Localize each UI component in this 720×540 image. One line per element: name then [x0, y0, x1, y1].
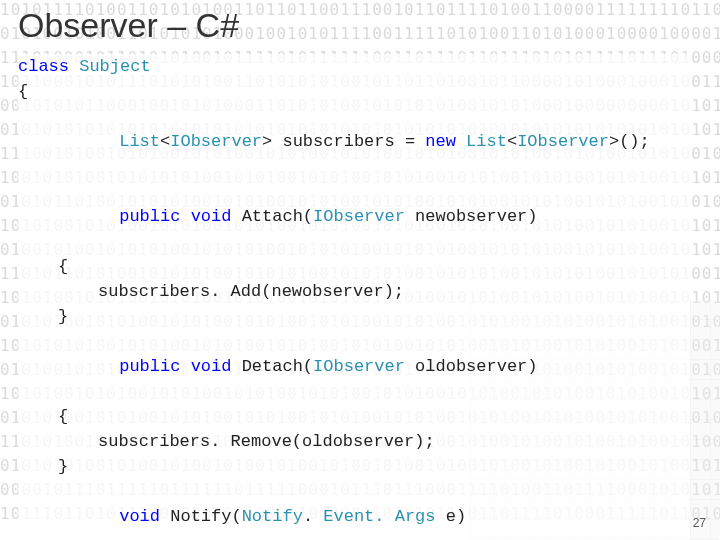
type-subject: Subject	[79, 57, 150, 76]
code-block: class Subject { List<IObserver> subscrib…	[18, 54, 690, 540]
kw-new: new	[425, 132, 456, 151]
page-number: 27	[693, 516, 706, 530]
slide: 1010111101001101010100110110110011100101…	[0, 0, 720, 540]
txt: > subscribers =	[262, 132, 425, 151]
brace: {	[18, 79, 690, 104]
attach-body: subscribers. Add(newobserver);	[18, 279, 690, 304]
detach-body: subscribers. Remove(oldobserver);	[18, 429, 690, 454]
slide-title: Observer – C#	[18, 6, 239, 45]
type-iobserver: IObserver	[170, 132, 262, 151]
kw-class: class	[18, 57, 69, 76]
type-list: List	[119, 132, 160, 151]
